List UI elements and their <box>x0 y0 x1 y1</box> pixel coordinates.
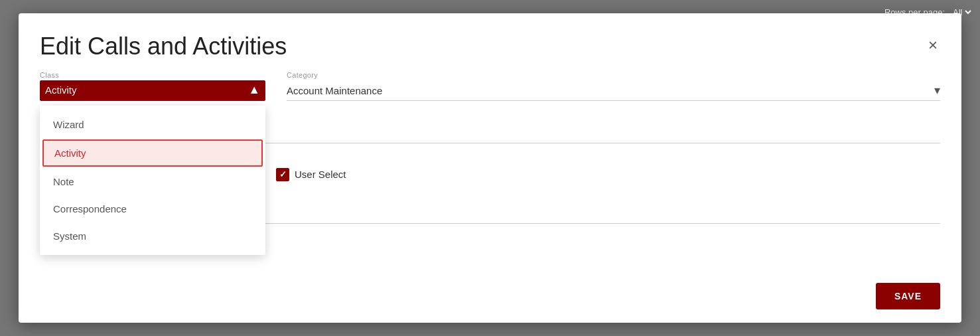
form-row-class-category: Class Activity ▲ Wizard Activity Note Co… <box>40 71 940 101</box>
class-dropdown-menu: Wizard Activity Note Correspondence Syst… <box>40 106 265 255</box>
user-select-label: User Select <box>295 169 346 180</box>
class-label: Class <box>40 71 265 79</box>
save-button[interactable]: SAVE <box>876 283 940 309</box>
dropdown-item-activity[interactable]: Activity <box>42 139 263 167</box>
category-dropdown-trigger[interactable]: Account Maintenance ▾ <box>287 80 940 101</box>
user-select-checkbox[interactable] <box>276 168 289 181</box>
category-dropdown-arrow-icon: ▾ <box>934 83 940 98</box>
dropdown-item-wizard[interactable]: Wizard <box>40 111 265 138</box>
modal-footer: SAVE <box>19 278 961 323</box>
category-field-container: Category Account Maintenance ▾ <box>287 71 940 101</box>
class-field-container: Class Activity ▲ Wizard Activity Note Co… <box>40 71 265 101</box>
modal-body: Class Activity ▲ Wizard Activity Note Co… <box>19 71 961 278</box>
dropdown-item-system[interactable]: System <box>40 222 265 250</box>
class-dropdown-trigger[interactable]: Activity ▲ <box>40 80 265 101</box>
dropdown-item-correspondence[interactable]: Correspondence <box>40 195 265 222</box>
modal-dialog: Edit Calls and Activities × Class Activi… <box>19 13 961 323</box>
category-label: Category <box>287 71 940 79</box>
dropdown-item-note[interactable]: Note <box>40 168 265 195</box>
category-value: Account Maintenance <box>287 85 382 96</box>
modal-title: Edit Calls and Activities <box>40 32 287 60</box>
class-value: Activity <box>45 84 77 96</box>
class-dropdown-arrow-icon: ▲ <box>248 83 260 97</box>
close-button[interactable]: × <box>926 35 940 56</box>
user-select-container: User Select <box>276 168 346 181</box>
modal-header: Edit Calls and Activities × <box>19 13 961 71</box>
